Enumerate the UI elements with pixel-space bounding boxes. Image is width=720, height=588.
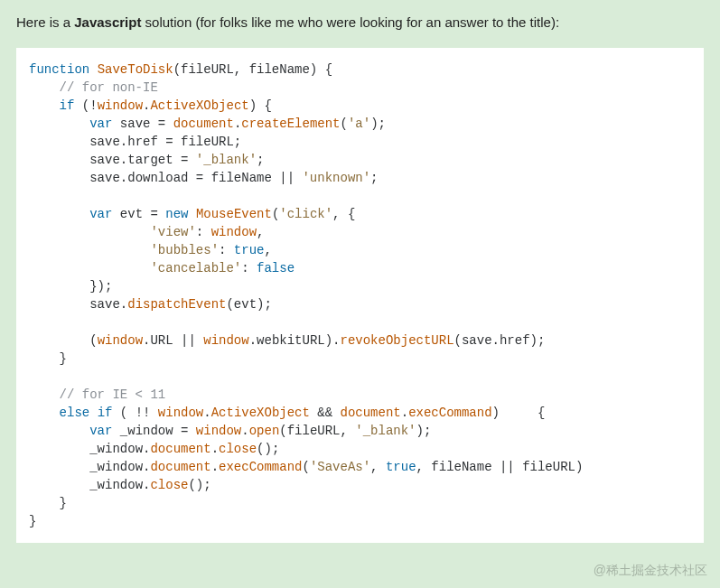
code-token-fn: execCommand [408,406,491,420]
code-token-fn: close [150,478,188,492]
code-token-punct: , [257,225,264,239]
code-token-fn: window [196,424,241,438]
code-token-str: 'bubbles' [150,243,219,257]
code-token-str: 'unknown' [302,171,370,185]
code-line: save.href = fileURL; [29,135,241,149]
code-token-kw: false [257,261,295,275]
code-token-fn: document [150,460,210,474]
code-line: }); [29,279,112,294]
code-token-kw: if [60,98,75,113]
code-token-fn: MouseEvent [196,207,272,221]
code-line: save.target = '_blank'; [29,153,264,167]
code-token-punct: }); [89,279,112,294]
code-token-punct: ; [257,153,264,167]
code-token-punct: ); [416,424,432,438]
code-token-kw: true [234,243,265,257]
code-token-str: '_blank' [196,153,257,167]
code-token-punct: ); [370,117,386,131]
code-token-punct [188,207,195,221]
code-token-punct: (); [257,442,279,456]
code-token-fn: document [173,117,234,131]
code-token-punct: save.download = fileName || [89,171,302,185]
code-token-punct: save. [89,297,127,312]
code-token-fn: window [158,406,203,420]
code-token-punct: ) { [249,98,272,113]
code-token-punct: , fileName || fileURL) [416,460,584,474]
intro-text: Here is a Javascript solution (for folks… [0,0,720,41]
code-line: 'cancelable': false [29,261,295,275]
code-token-fn: window [203,333,248,348]
code-token-punct: (fileURL, fileName) { [173,62,332,77]
code-token-fn: window [98,333,143,348]
code-token-fn: close [219,442,257,456]
code-token-punct: _window = [112,424,195,438]
code-token-punct: .URL || [143,333,203,348]
code-token-fn: revokeObjectURL [341,333,454,348]
code-token-punct: save = [112,117,173,131]
code-token-punct: save.href = fileURL; [89,135,241,149]
code-token-fn: document [341,406,401,420]
code-token-fn: window [98,98,143,113]
code-token-fn: open [249,424,280,438]
code-token-kw: else [60,406,90,420]
code-line: if (!window.ActiveXObject) { [29,98,272,113]
code-line: } [29,496,67,510]
code-line: save.download = fileName || 'unknown'; [29,171,379,185]
code-line: save.dispatchEvent(evt); [29,297,272,312]
code-token-str: '_blank' [355,424,416,438]
code-line: // for non-IE [29,80,158,95]
code-token-kw: function [29,62,89,77]
code-token-punct: .webkitURL). [249,333,341,348]
code-token-punct: . [241,424,248,438]
code-line: var save = document.createElement('a'); [29,117,386,131]
code-token-punct: && [310,406,341,420]
code-token-punct: (! [74,98,97,113]
code-token-punct: _window. [89,460,150,474]
code-token-punct: (evt); [226,297,271,312]
code-token-fn: SaveToDisk [98,62,173,77]
code-token-str: 'click' [279,207,332,221]
code-token-cmt: // for IE < 11 [60,387,166,402]
code-line: else if ( !! window.ActiveXObject && doc… [29,406,545,420]
code-token-punct: : [219,243,234,257]
code-token-cmt: // for non-IE [60,80,158,95]
code-token-punct: : [196,225,211,239]
code-token-punct: } [60,351,67,366]
code-token-punct: (); [188,478,210,492]
code-token-str: 'a' [348,117,370,131]
code-line: _window.document.close(); [29,442,279,456]
code-line: 'bubbles': true, [29,243,272,257]
code-token-fn: ActiveXObject [150,98,248,113]
code-line: (window.URL || window.webkitURL).revokeO… [29,333,545,348]
code-token-fn: execCommand [219,460,302,474]
code-line: _window.document.execCommand('SaveAs', t… [29,460,583,474]
code-token-punct: . [211,442,219,456]
code-token-punct: . [203,406,210,420]
intro-post: solution (for folks like me who were loo… [141,14,559,30]
code-token-punct: . [401,406,408,420]
code-token-fn: ActiveXObject [211,406,310,420]
code-token-punct: } [29,514,36,528]
code-line: _window.close(); [29,478,211,492]
code-token-kw: true [386,460,416,474]
code-token-punct [89,62,97,77]
code-token-punct: save.target = [89,153,196,167]
code-token-punct: ; [370,171,378,185]
code-token-punct: (fileURL, [279,424,355,438]
code-token-punct: _window. [89,478,150,492]
code-token-kw: new [165,207,188,221]
code-line: var _window = window.open(fileURL, '_bla… [29,424,431,438]
code-token-punct: : [241,261,257,275]
code-token-punct [89,406,97,420]
code-token-punct: ( [341,117,348,131]
code-token-fn: window [211,225,257,239]
code-token-punct: ( !! [112,406,157,420]
code-token-kw: var [89,424,112,438]
code-token-fn: createElement [241,117,340,131]
code-token-punct: (save.href); [454,333,546,348]
code-token-kw: if [98,406,113,420]
code-token-kw: var [89,117,112,131]
code-line: } [29,514,36,528]
code-line: var evt = new MouseEvent('click', { [29,207,355,221]
code-token-punct: ( [302,460,309,474]
